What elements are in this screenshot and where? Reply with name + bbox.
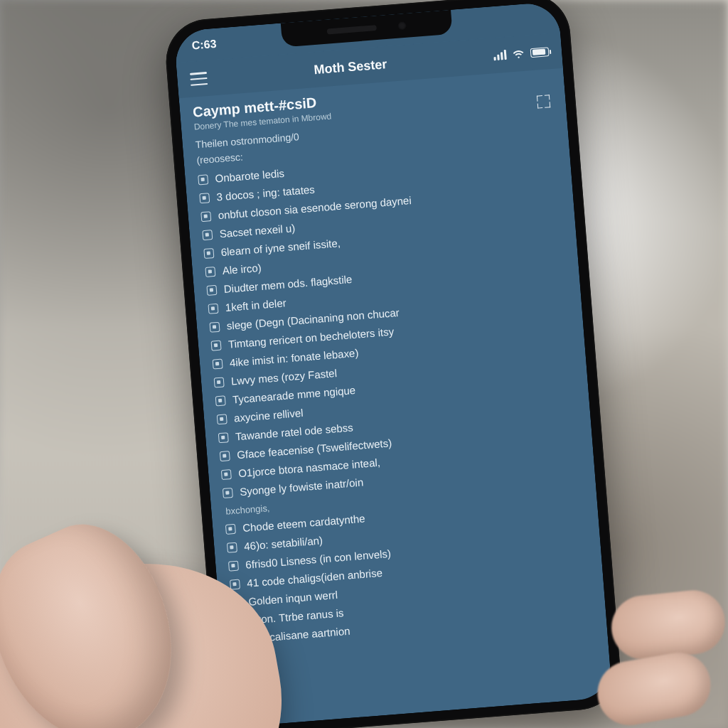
- item-list: Onbarote ledis3 docos ; ing: tatatesonbf…: [198, 144, 594, 649]
- phone-frame: C:63 Moth Sester: [163, 0, 623, 728]
- checkbox-icon[interactable]: [214, 377, 225, 387]
- checkbox-icon[interactable]: [215, 395, 226, 406]
- checkbox-icon[interactable]: [232, 616, 243, 626]
- wifi-icon: [512, 48, 525, 59]
- front-camera: [397, 21, 407, 31]
- checkbox-icon[interactable]: [231, 597, 242, 608]
- speaker-grille: [327, 25, 377, 34]
- status-time: C:63: [191, 38, 217, 53]
- expand-button[interactable]: [537, 95, 550, 108]
- checkbox-icon[interactable]: [198, 174, 208, 185]
- checkbox-icon[interactable]: [211, 341, 222, 351]
- checkbox-icon[interactable]: [223, 488, 233, 498]
- checkbox-icon[interactable]: [228, 561, 239, 572]
- checkbox-icon[interactable]: [203, 248, 214, 259]
- menu-icon[interactable]: [190, 72, 208, 86]
- checkbox-icon[interactable]: [227, 542, 237, 553]
- status-indicators: [493, 46, 550, 60]
- battery-icon: [530, 47, 550, 58]
- checkbox-icon[interactable]: [202, 230, 213, 240]
- checkbox-icon[interactable]: [210, 322, 220, 333]
- checkbox-icon[interactable]: [199, 193, 210, 203]
- checkbox-icon[interactable]: [220, 451, 230, 461]
- expand-icon: [537, 95, 550, 108]
- checkbox-icon[interactable]: [225, 524, 236, 535]
- checkbox-icon[interactable]: [221, 469, 232, 480]
- checkbox-icon[interactable]: [205, 267, 215, 277]
- checkbox-icon[interactable]: [217, 414, 228, 424]
- cellular-icon: [493, 50, 507, 60]
- list-item-label: Ale irco): [222, 259, 262, 279]
- checkbox-icon[interactable]: [230, 579, 240, 590]
- screen: C:63 Moth Sester: [173, 1, 612, 727]
- checkbox-icon[interactable]: [206, 285, 217, 296]
- content-area[interactable]: Caymp mett-#csiD Donery The mes tematon …: [179, 68, 609, 678]
- checkbox-icon[interactable]: [234, 634, 245, 645]
- checkbox-icon[interactable]: [218, 432, 229, 443]
- checkbox-icon[interactable]: [208, 304, 218, 314]
- checkbox-icon[interactable]: [200, 211, 211, 222]
- checkbox-icon[interactable]: [213, 359, 223, 370]
